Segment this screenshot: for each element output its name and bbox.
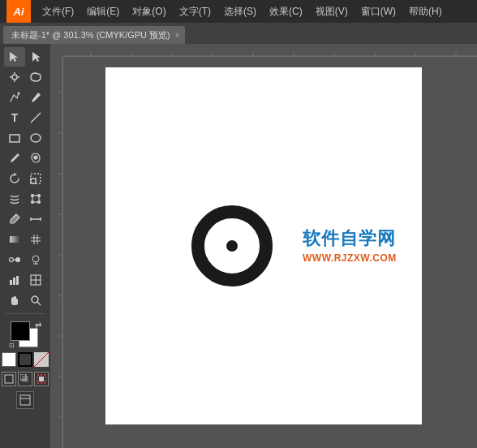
outer-ring: [191, 205, 273, 286]
tool-row-3: [2, 88, 48, 107]
foreground-color[interactable]: [11, 321, 30, 341]
tool-row-12: [2, 270, 48, 290]
direct-selection-tool[interactable]: [25, 47, 46, 67]
pencil-tool[interactable]: [25, 88, 46, 107]
artboard: 软件自学网 WWW.RJZXW.COM: [105, 67, 422, 424]
zoom-tool[interactable]: [25, 291, 46, 310]
watermark: 软件自学网 WWW.RJZXW.COM: [303, 226, 397, 265]
warp-tool[interactable]: [4, 189, 25, 209]
tool-row-6: [2, 149, 48, 168]
svg-rect-9: [10, 135, 19, 142]
free-transform-tool[interactable]: [25, 189, 46, 209]
blob-brush-tool[interactable]: [25, 149, 46, 168]
slice-tool[interactable]: [25, 270, 46, 290]
menu-help[interactable]: 帮助(H): [402, 0, 449, 23]
rotate-tool[interactable]: [4, 169, 25, 188]
ellipse-tool[interactable]: [25, 128, 46, 148]
tool-row-4: T: [2, 108, 48, 127]
svg-rect-43: [5, 375, 13, 383]
default-colors-button[interactable]: ⊡: [9, 342, 15, 349]
paintbrush-tool[interactable]: [4, 149, 25, 168]
toolbar: T: [0, 44, 50, 448]
none-indicator[interactable]: [34, 352, 49, 367]
target-symbol: [191, 205, 273, 286]
lasso-tool[interactable]: [25, 67, 46, 87]
svg-point-10: [31, 134, 41, 142]
svg-rect-44: [22, 376, 28, 382]
menu-type[interactable]: 文字(T): [173, 0, 217, 23]
svg-point-16: [32, 195, 34, 197]
svg-marker-0: [10, 52, 18, 62]
svg-rect-47: [39, 377, 44, 381]
menu-effect[interactable]: 效果(C): [263, 0, 309, 23]
pen-tool[interactable]: [4, 88, 25, 107]
svg-rect-36: [13, 278, 15, 285]
svg-point-41: [32, 296, 38, 303]
svg-line-42: [37, 302, 41, 305]
color-selector[interactable]: ⇄ ⊡: [9, 320, 41, 349]
tab-bar: 未标题-1* @ 301.3% (CMYK/GPU 预览) ×: [0, 23, 477, 44]
tab-close-button[interactable]: ×: [175, 31, 180, 40]
app-logo: Ai: [6, 0, 31, 23]
svg-point-7: [18, 93, 20, 95]
svg-rect-24: [10, 236, 19, 243]
main-area: T: [0, 44, 477, 448]
behind-mode-button[interactable]: [18, 372, 32, 386]
svg-point-17: [38, 195, 41, 197]
svg-point-11: [34, 156, 37, 159]
vertical-ruler: [50, 44, 63, 448]
line-tool[interactable]: [25, 108, 46, 127]
document-tab[interactable]: 未标题-1* @ 301.3% (CMYK/GPU 预览) ×: [3, 26, 185, 44]
inside-mode-button[interactable]: [34, 372, 49, 386]
tab-label: 未标题-1* @ 301.3% (CMYK/GPU 预览): [11, 29, 170, 41]
type-tool[interactable]: T: [4, 108, 25, 127]
svg-point-30: [16, 258, 20, 262]
menu-window[interactable]: 窗口(W): [355, 0, 402, 23]
magic-wand-tool[interactable]: [4, 67, 25, 87]
tool-row-1: [2, 47, 48, 67]
tool-row-5: [2, 128, 48, 148]
stroke-indicator[interactable]: [18, 352, 32, 367]
tool-row-7: [2, 169, 48, 188]
ruler-corner: [50, 44, 63, 57]
watermark-title: 软件自学网: [303, 226, 397, 252]
menu-object[interactable]: 对象(O): [126, 0, 172, 23]
tool-row-11: [2, 250, 48, 269]
menu-select[interactable]: 选择(S): [217, 0, 263, 23]
svg-rect-48: [20, 395, 30, 405]
gradient-tool[interactable]: [4, 230, 25, 249]
fill-indicator[interactable]: [2, 352, 16, 367]
normal-mode-button[interactable]: [2, 372, 16, 386]
eyedropper-tool[interactable]: [4, 209, 25, 229]
hand-tool[interactable]: [4, 291, 25, 310]
inner-dot: [226, 240, 238, 252]
tool-row-13: [2, 291, 48, 310]
svg-point-18: [32, 201, 34, 204]
horizontal-ruler: [50, 44, 477, 57]
drawing-mode-row: [2, 372, 49, 386]
symbol-sprayer-tool[interactable]: [25, 250, 46, 269]
rectangle-tool[interactable]: [4, 128, 25, 148]
svg-point-6: [12, 75, 17, 80]
menu-file[interactable]: 文件(F): [36, 0, 80, 23]
blend-tool[interactable]: [4, 250, 25, 269]
mesh-tool[interactable]: [25, 230, 46, 249]
column-graph-tool[interactable]: [4, 270, 25, 290]
svg-rect-13: [31, 179, 36, 183]
selection-tool[interactable]: [4, 47, 25, 67]
watermark-url: WWW.RJZXW.COM: [303, 252, 397, 265]
svg-rect-37: [16, 276, 19, 285]
tool-separator: [5, 313, 45, 314]
menu-edit[interactable]: 编辑(E): [80, 0, 126, 23]
screen-mode-button[interactable]: [16, 391, 34, 409]
title-bar: Ai 文件(F) 编辑(E) 对象(O) 文字(T) 选择(S) 效果(C) 视…: [0, 0, 477, 23]
menu-view[interactable]: 视图(V): [309, 0, 355, 23]
canvas-area: 软件自学网 WWW.RJZXW.COM: [50, 44, 477, 448]
fill-stroke-row: [2, 352, 49, 367]
svg-line-8: [31, 113, 41, 123]
svg-point-29: [10, 258, 14, 262]
swap-colors-button[interactable]: ⇄: [35, 321, 41, 330]
svg-point-19: [38, 201, 41, 204]
measure-tool[interactable]: [25, 209, 46, 229]
scale-tool[interactable]: [25, 169, 46, 188]
